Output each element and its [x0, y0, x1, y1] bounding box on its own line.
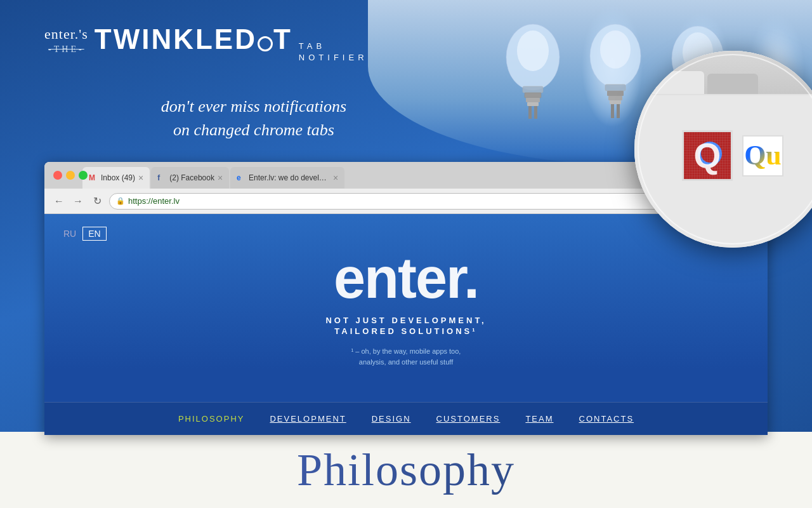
nav-design[interactable]: DESIGN: [372, 414, 411, 424]
site-tagline: NOT JUST DEVELOPMENT, TAILORED SOLUTIONS…: [44, 316, 768, 336]
site-footnote: ¹ – oh, by the way, mobile apps too, ana…: [44, 346, 768, 367]
philosophy-heading: Philosophy: [297, 444, 515, 497]
maximize-button[interactable]: [79, 171, 88, 180]
nav-team[interactable]: TEAM: [525, 414, 553, 424]
site-logo-area: enter.: [44, 246, 768, 311]
mag-favicons-area: Qu: [682, 130, 783, 181]
enter-icon: e: [237, 173, 246, 182]
minimize-button[interactable]: [66, 171, 75, 180]
mag-active-tab: [647, 71, 704, 94]
enters-logo: enter.'s -THE-: [44, 25, 88, 55]
nav-philosophy[interactable]: PHILOSOPHY: [178, 414, 245, 424]
gmail-icon: M: [89, 173, 98, 182]
site-navigation: PHILOSOPHY DEVELOPMENT DESIGN CUSTOMERS …: [44, 402, 768, 435]
browser-tab-facebook[interactable]: f (2) Facebook ×: [151, 167, 229, 189]
ssl-icon: 🔒: [116, 197, 125, 205]
mag-inactive-tab: [707, 74, 758, 94]
twinkledot-logo: TWINKLEDT: [95, 25, 292, 53]
philosophy-section: Philosophy: [0, 432, 812, 508]
mag-browser-chrome: [634, 51, 812, 95]
nav-development[interactable]: DEVELOPMENT: [270, 414, 346, 424]
magnifier-overlay: Qu: [634, 51, 812, 248]
lang-switcher: RU EN: [63, 227, 107, 241]
browser-tab-gmail[interactable]: M Inbox (49) ×: [82, 167, 150, 189]
enters-logo-main: enter.'s: [44, 26, 88, 42]
forward-button[interactable]: →: [71, 194, 85, 208]
browser-tab-enter[interactable]: e Enter.lv: we do developme… ×: [230, 167, 344, 189]
site-tagline-line1: NOT JUST DEVELOPMENT,: [44, 316, 768, 325]
site-logo-text: enter.: [334, 246, 478, 310]
header-tagline: don't ever miss notifications on changed…: [121, 95, 387, 142]
page-wrapper: enter.'s -THE- TWINKLEDT TAB NOTIFIER do…: [0, 0, 812, 508]
new-favicon: Qu: [742, 135, 783, 177]
facebook-icon: f: [157, 173, 166, 182]
nav-contacts[interactable]: CONTACTS: [579, 414, 634, 424]
gmail-tab-close[interactable]: ×: [138, 173, 143, 183]
tab-notifier-label: TAB NOTIFIER: [299, 41, 368, 64]
new-favicon-text: Qu: [744, 142, 782, 170]
enter-tab-close[interactable]: ×: [333, 173, 338, 183]
nav-customers[interactable]: CUSTOMERS: [436, 414, 501, 424]
facebook-tab-close[interactable]: ×: [218, 173, 223, 183]
lang-ru-button[interactable]: RU: [63, 229, 76, 239]
address-domain: enter.lv: [153, 196, 180, 206]
back-button[interactable]: ←: [52, 194, 66, 208]
refresh-button[interactable]: ↻: [90, 194, 104, 208]
close-button[interactable]: [53, 171, 62, 180]
enters-logo-the: -THE-: [44, 44, 88, 55]
facebook-tab-label: (2) Facebook: [169, 173, 214, 182]
twinkledot-circle: [258, 36, 273, 51]
pixel-overlay: [684, 132, 731, 179]
traffic-lights: [53, 171, 88, 180]
lang-en-button[interactable]: EN: [82, 227, 106, 241]
enter-tab-label: Enter.lv: we do developme…: [249, 173, 330, 182]
old-favicon: [682, 130, 733, 181]
gmail-tab-label: Inbox (49): [101, 173, 135, 182]
magnifier-content: Qu: [634, 51, 812, 248]
site-tagline-line2: TAILORED SOLUTIONS¹: [44, 326, 768, 336]
address-https: https://: [128, 196, 153, 206]
